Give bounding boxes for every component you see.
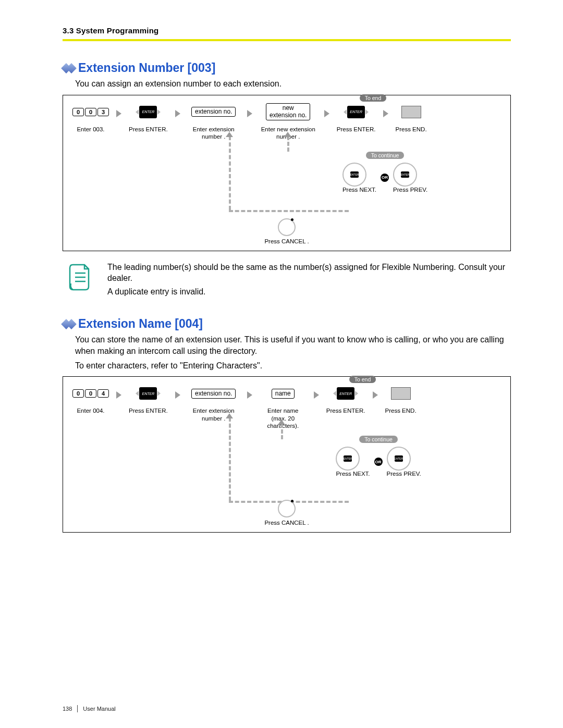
digit: 0	[85, 108, 96, 116]
digit: 3	[97, 108, 109, 116]
cancel-icon	[278, 500, 296, 517]
to-end-pill: To end	[349, 376, 376, 383]
note-line2: A duplicate entry is invalid.	[107, 286, 511, 298]
cancel-branch-b: Press CANCEL .	[63, 500, 510, 526]
continue-branch: To continue ENTER Press NEXT. OR ENTER P…	[269, 150, 501, 193]
nav-prev-icon: ENTER	[393, 163, 417, 187]
arrow-icon	[324, 110, 329, 117]
step-enter-004: 0 0 4 Enter 004.	[72, 384, 109, 414]
nav-next-icon: ENTER	[336, 447, 360, 471]
digit: 0	[72, 108, 84, 116]
intro-ext-number: You can assign an extension number to ea…	[75, 78, 511, 90]
step-press-end-b: Press END.	[385, 384, 417, 414]
diagram-ext-name: 0 0 4 Enter 004. ENTER Press ENTER. exte…	[63, 376, 511, 533]
step-press-enter1: ENTER Press ENTER.	[129, 103, 168, 133]
enter-icon: ENTER	[139, 106, 157, 118]
section-title-ext-name: Extension Name [004]	[63, 317, 511, 331]
enter-icon: ENTER	[347, 106, 365, 118]
cancel-icon	[278, 218, 296, 236]
diagram-ext-number: 0 0 3 Enter 003. ENTER Press ENTER. exte…	[63, 95, 511, 251]
note-block: The leading number(s) should be the same…	[67, 262, 511, 298]
or-icon: OR	[381, 174, 389, 182]
step-enter-003: 0 0 3 Enter 003.	[72, 103, 109, 133]
arrow-icon	[247, 391, 252, 399]
step-press-end: Press END.	[396, 103, 427, 133]
to-end-pill: To end	[360, 94, 387, 102]
or-icon: OR	[374, 458, 383, 466]
arrow-icon	[247, 110, 252, 117]
arrow-icon	[373, 391, 378, 399]
step-press-enter1b: ENTER Press ENTER.	[129, 384, 168, 414]
arrow-icon	[175, 391, 180, 399]
arrow-icon	[175, 110, 180, 117]
to-continue-pill: To continue	[366, 152, 405, 159]
digit: 0	[85, 389, 96, 398]
arrow-icon	[116, 110, 121, 117]
cancel-branch: Press CANCEL .	[63, 218, 510, 244]
end-icon	[401, 106, 421, 118]
nav-next-icon: ENTER	[342, 163, 366, 187]
heading-ext-name: Extension Name [004]	[78, 317, 203, 331]
heading-ext-number: Extension Number [003]	[78, 61, 215, 75]
note-line1: The leading number(s) should be the same…	[107, 262, 511, 284]
intro-ext-name-2: To enter characters, refer to "Entering …	[75, 360, 511, 372]
enter-icon: ENTER	[337, 387, 354, 400]
step-press-enter2: To end ENTER Press ENTER.	[337, 103, 376, 133]
arrow-icon	[314, 391, 319, 399]
continue-branch-b: To continue ENTER Press NEXT. OR ENTER P…	[256, 434, 501, 477]
end-icon	[391, 387, 411, 400]
digit: 4	[97, 389, 109, 398]
nav-prev-icon: ENTER	[387, 447, 411, 471]
arrow-icon	[383, 110, 388, 117]
arrow-icon	[116, 391, 121, 399]
intro-ext-name-1: You can store the name of an extension u…	[75, 334, 511, 356]
enter-icon: ENTER	[139, 387, 157, 400]
page-header: 3.3 System Programming	[63, 26, 511, 41]
diamond-icon	[63, 320, 73, 328]
note-icon	[67, 262, 93, 293]
section-title-ext-number: Extension Number [003]	[63, 61, 511, 75]
step-press-enter2b: To end ENTER Press ENTER.	[326, 384, 365, 414]
digit: 0	[72, 389, 84, 398]
to-continue-pill: To continue	[359, 436, 398, 443]
diamond-icon	[63, 65, 73, 72]
